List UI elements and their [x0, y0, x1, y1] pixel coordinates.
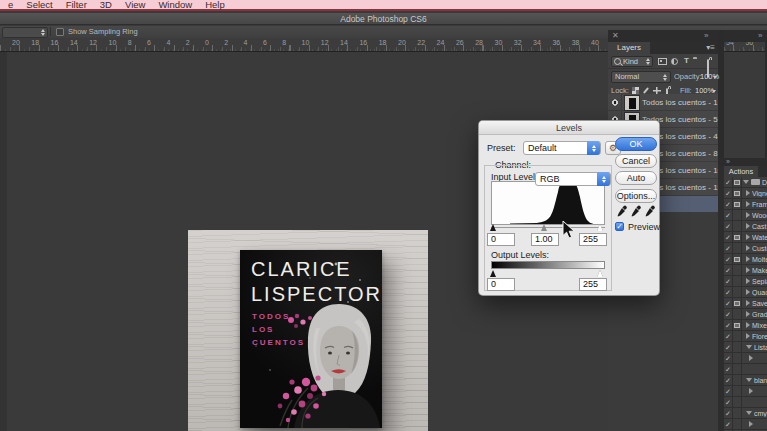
action-row[interactable]: ✓ — [724, 364, 767, 375]
action-dialog-toggle[interactable] — [733, 265, 742, 275]
twisty-right-icon[interactable] — [746, 289, 750, 295]
input-white-slider[interactable] — [597, 224, 603, 231]
action-dialog-toggle[interactable] — [733, 298, 742, 308]
document-canvas[interactable]: CLARICE LISPECTOR TODOS LOS CUENTOS — [188, 230, 428, 431]
menu-item-select[interactable]: Select — [26, 0, 52, 10]
show-sampling-ring-checkbox[interactable] — [56, 28, 64, 36]
action-include-toggle[interactable]: ✓ — [724, 265, 733, 275]
twisty-down-icon[interactable] — [746, 378, 752, 382]
input-high-field[interactable]: 255 — [579, 233, 607, 246]
action-include-toggle[interactable]: ✓ — [724, 353, 733, 363]
preset-dropdown[interactable]: Default — [523, 141, 601, 155]
input-low-field[interactable]: 0 — [487, 233, 515, 246]
ok-button[interactable]: OK — [615, 137, 657, 151]
filter-kind-dropdown[interactable]: Kind — [611, 56, 653, 67]
twisty-right-icon[interactable] — [746, 201, 750, 207]
twisty-right-icon[interactable] — [746, 256, 750, 262]
tab-layers[interactable]: Layers — [608, 42, 650, 54]
action-include-toggle[interactable]: ✓ — [724, 276, 733, 286]
action-dialog-toggle[interactable] — [733, 199, 742, 209]
action-row[interactable]: ✓Quadrant Colors — [724, 287, 767, 298]
collapse-actions-icon[interactable]: » — [726, 158, 730, 166]
black-point-eyedropper-icon[interactable] — [616, 205, 628, 217]
action-row[interactable]: ✓blanco — [724, 375, 767, 386]
action-row[interactable]: ✓Make Clip Path (selection) — [724, 265, 767, 276]
twisty-right-icon[interactable] — [746, 267, 750, 273]
action-row[interactable]: ✓Frame Channel - 50 pixel — [724, 199, 767, 210]
action-row[interactable]: ✓ — [724, 386, 767, 397]
action-dialog-toggle[interactable] — [733, 386, 742, 396]
twisty-right-icon[interactable] — [746, 322, 750, 328]
layer-row[interactable]: Todos los cuentos - 1 — [608, 94, 718, 111]
action-dialog-toggle[interactable] — [733, 177, 742, 187]
action-include-toggle[interactable]: ✓ — [724, 243, 733, 253]
twisty-right-icon[interactable] — [746, 223, 750, 229]
twisty-right-icon[interactable] — [746, 311, 750, 317]
white-point-eyedropper-icon[interactable] — [644, 205, 656, 217]
action-dialog-toggle[interactable] — [733, 309, 742, 319]
action-row[interactable]: ✓Custom RGB to Grayscale — [724, 243, 767, 254]
twisty-down-icon[interactable] — [743, 180, 749, 184]
action-row[interactable]: ✓Gradient Map — [724, 309, 767, 320]
action-include-toggle[interactable]: ✓ — [724, 298, 733, 308]
output-high-field[interactable]: 255 — [579, 278, 607, 291]
twisty-right-icon[interactable] — [746, 190, 750, 196]
action-dialog-toggle[interactable] — [733, 419, 742, 429]
action-include-toggle[interactable]: ✓ — [724, 221, 733, 231]
action-include-toggle[interactable]: ✓ — [724, 210, 733, 220]
action-dialog-toggle[interactable] — [733, 276, 742, 286]
action-row[interactable]: ✓cmyk — [724, 408, 767, 419]
output-white-slider[interactable] — [597, 270, 603, 277]
action-include-toggle[interactable]: ✓ — [724, 331, 733, 341]
auto-button[interactable]: Auto — [615, 171, 657, 185]
action-include-toggle[interactable]: ✓ — [724, 364, 733, 374]
action-dialog-toggle[interactable] — [733, 210, 742, 220]
filter-pixel-icon[interactable] — [658, 58, 667, 65]
options-button[interactable]: Options... — [615, 189, 657, 203]
output-black-slider[interactable] — [490, 270, 496, 277]
cancel-button[interactable]: Cancel — [615, 154, 657, 168]
close-icon[interactable]: ✕ — [612, 30, 619, 42]
action-dialog-toggle[interactable] — [733, 397, 742, 407]
action-include-toggle[interactable]: ✓ — [724, 199, 733, 209]
input-mid-field[interactable]: 1.00 — [531, 233, 559, 246]
gray-point-eyedropper-icon[interactable] — [630, 205, 642, 217]
action-include-toggle[interactable]: ✓ — [724, 254, 733, 264]
filter-adjustment-icon[interactable] — [671, 58, 678, 65]
menu-item-3d[interactable]: 3D — [100, 0, 112, 10]
action-dialog-toggle[interactable] — [733, 375, 742, 385]
twisty-right-icon[interactable] — [746, 278, 750, 284]
action-row[interactable]: ✓Cast Shadow (type) — [724, 221, 767, 232]
action-dialog-toggle[interactable] — [733, 342, 742, 352]
action-row[interactable]: ✓ — [724, 397, 767, 408]
action-row[interactable]: ✓ — [724, 419, 767, 430]
action-row[interactable]: ✓Default Actions — [724, 177, 767, 188]
action-row[interactable]: ✓Molten Lead — [724, 254, 767, 265]
action-include-toggle[interactable]: ✓ — [724, 397, 733, 407]
action-include-toggle[interactable]: ✓ — [724, 342, 733, 352]
input-black-slider[interactable] — [490, 224, 496, 231]
action-row[interactable]: ✓Water Reflection (type) — [724, 232, 767, 243]
twisty-right-icon[interactable] — [746, 245, 750, 251]
action-dialog-toggle[interactable] — [733, 232, 742, 242]
action-include-toggle[interactable]: ✓ — [724, 419, 733, 429]
action-include-toggle[interactable]: ✓ — [724, 408, 733, 418]
action-include-toggle[interactable]: ✓ — [724, 386, 733, 396]
action-dialog-toggle[interactable] — [733, 364, 742, 374]
layer-name[interactable]: Todos los cuentos - 1 — [642, 98, 718, 107]
collapse-panels-icon[interactable]: » — [704, 30, 708, 42]
twisty-right-icon[interactable] — [749, 421, 753, 427]
action-row[interactable]: ✓Vignette (selection) — [724, 188, 767, 199]
opacity-arrow-icon[interactable] — [713, 76, 717, 79]
action-row[interactable]: ✓Flores — [724, 331, 767, 342]
twisty-right-icon[interactable] — [749, 355, 753, 361]
action-include-toggle[interactable]: ✓ — [724, 287, 733, 297]
action-row[interactable]: ✓Lista — [724, 342, 767, 353]
twisty-down-icon[interactable] — [746, 411, 752, 415]
action-dialog-toggle[interactable] — [733, 221, 742, 231]
action-row[interactable]: ✓Save as Photoshop PDF — [724, 298, 767, 309]
action-dialog-toggle[interactable] — [733, 287, 742, 297]
twisty-right-icon[interactable] — [746, 212, 750, 218]
collapse-dock-icon[interactable]: » — [758, 30, 762, 42]
filter-type-icon[interactable]: T — [684, 57, 689, 65]
